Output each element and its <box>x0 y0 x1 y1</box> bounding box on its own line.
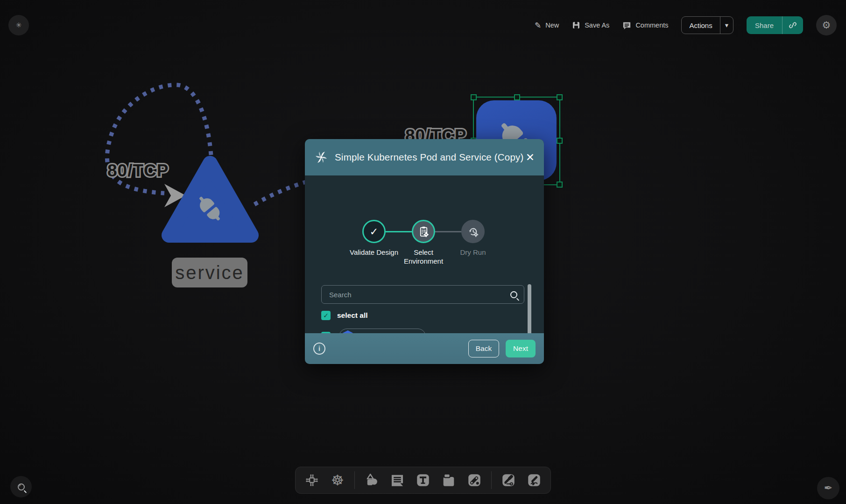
pencil-icon: ✎ <box>535 21 541 29</box>
frame-tool-button[interactable] <box>440 471 458 489</box>
sketch-icon <box>526 472 542 488</box>
selection-handle[interactable] <box>514 94 520 100</box>
step-label-validate: Validate Design <box>346 248 402 257</box>
clipboard-gear-icon <box>417 225 430 238</box>
step-label-environment: Select Environment <box>395 248 451 266</box>
step-connector-done <box>386 231 412 232</box>
toolbar-divider <box>354 471 355 489</box>
save-as-label: Save As <box>585 21 609 29</box>
step-label-dry-run: Dry Run <box>445 248 501 257</box>
pen-mode-button[interactable]: ✒ <box>817 477 839 499</box>
frame-icon <box>441 472 457 488</box>
meshery-logo-icon <box>314 150 328 164</box>
shapes-icon <box>364 472 380 488</box>
selection-handle[interactable] <box>557 138 563 144</box>
pen-nib-icon: ✒ <box>824 483 832 493</box>
comment-icon <box>622 21 631 30</box>
share-button[interactable]: Share <box>747 16 782 34</box>
kubernetes-tool-button[interactable]: ☸ <box>329 471 346 489</box>
actions-split-button: Actions ▾ <box>681 16 733 34</box>
new-label: New <box>545 21 559 29</box>
select-all-checkbox[interactable]: ✓ <box>321 311 331 320</box>
port-label-left: 80/TCP <box>107 161 169 181</box>
toolbar-divider <box>491 471 492 489</box>
zoom-in-button[interactable]: + <box>10 476 32 497</box>
selection-handle[interactable] <box>557 182 563 188</box>
save-icon <box>572 21 580 29</box>
app-window: 80/TCP 80/TCP service ✳ + ✒ ✎ New Save A… <box>0 0 846 504</box>
new-button[interactable]: ✎ New <box>535 21 559 29</box>
modal-title: Simple Kubernetes Pod and Service (Copy) <box>335 152 526 163</box>
gear-icon: ⚙ <box>822 21 831 30</box>
selection-handle[interactable] <box>471 94 477 100</box>
comment-tool-icon <box>389 472 405 488</box>
select-all-label: select all <box>337 311 368 320</box>
selection-handle[interactable] <box>557 94 563 100</box>
text-tool-button[interactable] <box>414 471 432 489</box>
modal-header: Simple Kubernetes Pod and Service (Copy)… <box>305 139 544 175</box>
check-icon: ✓ <box>370 226 378 238</box>
link-nodes-icon <box>466 472 482 488</box>
step-validate-design[interactable]: ✓ <box>362 220 386 243</box>
actions-dropdown-button[interactable]: ▾ <box>720 17 733 34</box>
deploy-modal: Simple Kubernetes Pod and Service (Copy)… <box>305 139 544 364</box>
annotate-tool-button[interactable] <box>500 471 517 489</box>
comments-button[interactable]: Comments <box>622 21 668 30</box>
shapes-tool-button[interactable] <box>363 471 381 489</box>
info-icon[interactable]: i <box>313 343 325 355</box>
step-connector-pending <box>435 231 461 232</box>
close-icon[interactable]: ✕ <box>526 151 535 163</box>
search-input[interactable] <box>328 290 510 299</box>
select-all-row: ✓ select all <box>321 311 368 320</box>
comment-tool-button[interactable] <box>388 471 406 489</box>
step-select-environment[interactable] <box>412 220 435 243</box>
bottom-toolbar: ☸ <box>295 467 551 494</box>
pen-arrow-icon <box>501 472 516 488</box>
top-toolbar: ✎ New Save As Comments Actions ▾ <box>535 16 837 35</box>
app-menu-button[interactable]: ✳ <box>8 15 29 35</box>
chevron-down-icon: ▾ <box>725 22 728 29</box>
component-icon <box>304 472 320 488</box>
relationship-tool-button[interactable] <box>465 471 483 489</box>
modal-footer: i Back Next <box>305 333 544 364</box>
modal-body: ✓ <box>305 175 544 333</box>
search-icon <box>510 291 517 298</box>
component-tool-button[interactable] <box>303 471 321 489</box>
environment-search <box>321 285 524 304</box>
share-split-button: Share <box>747 16 803 34</box>
flower-icon: ✳ <box>16 22 22 29</box>
link-icon <box>788 21 797 30</box>
next-button[interactable]: Next <box>506 340 536 357</box>
sketch-tool-button[interactable] <box>525 471 543 489</box>
copy-link-button[interactable] <box>782 16 803 34</box>
kubernetes-icon: ☸ <box>331 473 344 488</box>
settings-button[interactable]: ⚙ <box>816 15 837 35</box>
text-tool-icon <box>415 472 431 488</box>
save-as-button[interactable]: Save As <box>572 21 609 29</box>
step-dry-run[interactable] <box>461 220 485 243</box>
actions-button[interactable]: Actions <box>682 17 719 34</box>
back-button[interactable]: Back <box>468 340 499 357</box>
service-triangle-node[interactable] <box>154 148 266 247</box>
dry-run-icon <box>467 225 479 238</box>
comments-label: Comments <box>635 21 668 29</box>
service-node-label: service <box>172 258 247 287</box>
